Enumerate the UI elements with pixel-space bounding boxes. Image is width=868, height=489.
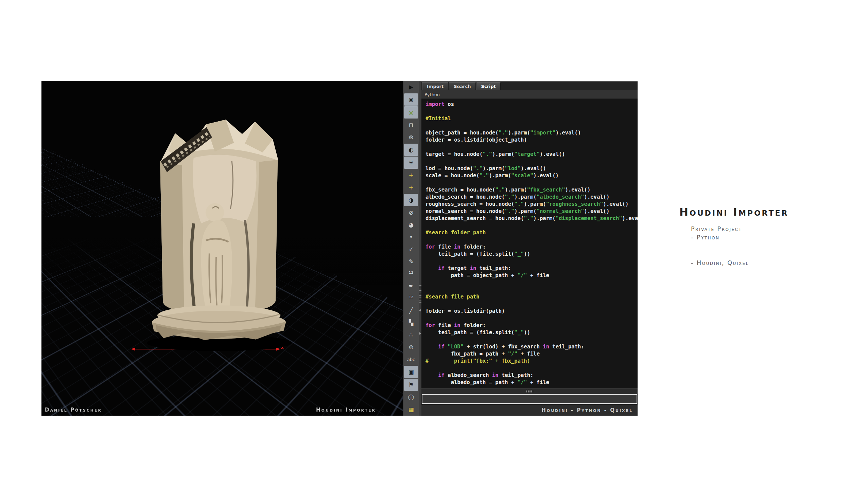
headlight-only-icon[interactable]: ⊗	[403, 131, 419, 143]
code-line	[426, 144, 638, 151]
display-normals-icon[interactable]: ✓	[403, 243, 419, 255]
pick-pin-icon: ✎	[409, 259, 413, 265]
hide-geometry-icon: ⊘	[409, 210, 413, 216]
code-editor[interactable]: import os #Initial object_path = hou.nod…	[421, 99, 638, 388]
code-line	[426, 236, 638, 243]
code-line	[426, 336, 638, 343]
profile-curve-icon[interactable]: ╱	[403, 304, 419, 316]
info-icon: ⓘ	[408, 395, 414, 400]
lock-icon: ⊓	[409, 122, 413, 128]
ghost-objects-icon[interactable]: ◎	[404, 106, 418, 119]
code-line: folder = os.listdir(object_path)	[426, 137, 638, 144]
point-numbers-icon: ¹²	[409, 271, 414, 277]
code-line: displacement_search = hou.node(".").parm…	[426, 215, 638, 222]
point-numbers-icon[interactable]: ¹²	[403, 268, 419, 280]
code-line: albedo_search = hou.node(".").parm("albe…	[426, 194, 638, 201]
material-sphere-icon[interactable]: ◐	[404, 144, 418, 156]
add-spotlight-icon: +	[409, 173, 413, 178]
layers-disc-icon[interactable]: ⊜	[403, 341, 419, 353]
project-title: Houdini Importer	[679, 206, 849, 218]
code-line	[426, 365, 638, 372]
particles-icon[interactable]: ∴	[403, 329, 419, 341]
hide-geometry-icon[interactable]: ⊘	[403, 206, 419, 219]
grid-display-icon[interactable]: ▦	[403, 403, 419, 416]
snap-pin-icon[interactable]: ⚑	[404, 379, 418, 391]
pane-splitter[interactable]	[419, 81, 421, 416]
add-pointlight-icon[interactable]: +	[403, 181, 419, 194]
code-line: fbx_path = path + "/" + file	[426, 350, 638, 358]
ghost-objects-icon: ◎	[409, 110, 414, 115]
code-line: folder = os.listdir(path)	[426, 308, 638, 315]
credit-project: Houdini Importer	[316, 407, 376, 413]
prim-numbers-icon: ¹²	[409, 295, 414, 301]
text-labels-icon[interactable]: abc	[403, 353, 419, 365]
code-line	[426, 315, 638, 322]
code-line: #Initial	[426, 115, 638, 122]
code-line: object_path = hou.node(".").parm("import…	[426, 129, 638, 137]
code-line: import os	[426, 101, 638, 108]
tab-import[interactable]: Import	[422, 82, 448, 90]
show-geometry-icon: ◕	[409, 222, 414, 228]
shaded-view-icon[interactable]: ◑	[404, 194, 418, 206]
credit-artist: Daniel Pötscher	[45, 407, 102, 413]
pane-expand-arrow-icon[interactable]: ▶	[403, 81, 419, 93]
visibility-box-icon: ◉	[409, 97, 414, 103]
display-points-icon: •	[409, 234, 413, 240]
background-image-icon[interactable]: ▣	[404, 366, 418, 378]
add-pointlight-icon: +	[409, 185, 413, 191]
3d-viewport[interactable]: x	[41, 81, 403, 416]
project-detail-line: Private Project	[691, 225, 849, 233]
splitter-collapse-right-icon[interactable]	[419, 332, 421, 335]
script-editor-panel: ImportSearchScript Python import os #Ini…	[421, 81, 638, 416]
editor-resize-grip[interactable]	[421, 388, 638, 394]
lightbulb-icon: ☀	[409, 160, 414, 166]
code-line	[426, 286, 638, 293]
code-line: for file in folder:	[426, 243, 638, 251]
handles-brush-icon: ✒	[409, 283, 413, 289]
visibility-box-icon[interactable]: ◉	[404, 93, 418, 106]
code-line: #search file path	[426, 293, 638, 301]
code-line	[426, 301, 638, 308]
prim-numbers-icon[interactable]: ¹²	[403, 292, 419, 304]
pick-pin-icon[interactable]: ✎	[403, 255, 419, 268]
code-line	[426, 158, 638, 165]
editor-tabs: ImportSearchScript	[421, 82, 638, 90]
background-image-icon: ▣	[408, 369, 414, 375]
particles-icon: ∴	[409, 332, 413, 338]
project-detail-line: - Python	[691, 233, 849, 242]
code-line: for file in folder:	[426, 322, 638, 329]
project-description: Houdini Importer Private Project- Python…	[679, 206, 849, 267]
code-line	[426, 222, 638, 229]
add-spotlight-icon[interactable]: +	[403, 169, 419, 181]
display-points-icon[interactable]: •	[403, 231, 419, 243]
project-detail-line	[691, 242, 849, 250]
splitter-collapse-left-icon[interactable]	[419, 309, 421, 312]
code-line: if target in teil_path:	[426, 265, 638, 272]
project-detail-lines: Private Project- Python - Houdini, Quixe…	[679, 225, 849, 267]
info-icon[interactable]: ⓘ	[403, 391, 419, 403]
tab-search[interactable]: Search	[449, 82, 475, 90]
lightbulb-icon[interactable]: ☀	[404, 157, 418, 169]
profile-curve-icon: ╱	[409, 308, 413, 313]
code-line	[426, 179, 638, 186]
uv-checker-icon: ▚	[409, 320, 413, 326]
code-line: if albedo_search in teil_path:	[426, 372, 638, 379]
code-line: roughness_search = hou.node(".").parm("r…	[426, 201, 638, 208]
layers-disc-icon: ⊜	[409, 344, 413, 350]
editor-command-input[interactable]	[422, 394, 637, 404]
language-label: Python	[421, 90, 638, 99]
code-line	[426, 279, 638, 286]
lock-icon[interactable]: ⊓	[403, 119, 419, 131]
handles-brush-icon[interactable]: ✒	[403, 280, 419, 292]
uv-checker-icon[interactable]: ▚	[403, 316, 419, 329]
headlight-only-icon: ⊗	[409, 134, 413, 140]
project-detail-line	[691, 250, 849, 259]
pane-expand-arrow-icon: ▶	[409, 84, 413, 90]
project-detail-line: - Houdini, Quixel	[691, 259, 849, 267]
code-line: normal_search = hou.node(".").parm("norm…	[426, 208, 638, 215]
command-row	[421, 394, 638, 404]
show-geometry-icon[interactable]: ◕	[403, 219, 419, 231]
tab-script[interactable]: Script	[476, 82, 501, 90]
display-normals-icon: ✓	[409, 247, 413, 252]
code-line: albedo_path = path + "/" + file	[426, 379, 638, 386]
